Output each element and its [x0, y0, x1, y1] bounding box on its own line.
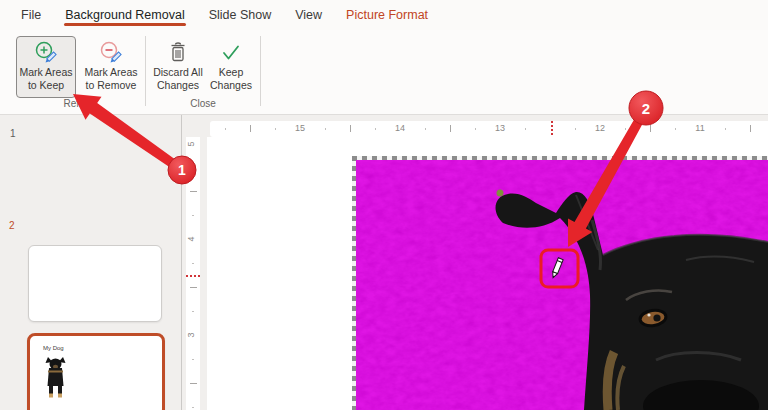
ruler-tick	[725, 128, 726, 130]
app-window: File Background Removal Slide Show View …	[0, 0, 768, 410]
ruler-tick	[750, 125, 751, 132]
slide-title-text: My Dog	[43, 345, 64, 351]
slide-number: 1	[10, 128, 16, 139]
vertical-ruler: 5 4 3	[186, 137, 200, 410]
trash-icon	[165, 40, 191, 66]
slide-thumbnail-2[interactable]: My Dog	[27, 333, 165, 410]
check-icon	[218, 40, 244, 66]
ruler-tick	[350, 125, 351, 132]
panel-divider	[181, 115, 182, 410]
ruler-tick	[675, 128, 676, 130]
ruler-tick	[475, 128, 476, 130]
ribbon-group-separator	[145, 36, 146, 106]
ribbon-group-label-refine: Refine	[14, 98, 142, 112]
ruler-number: 11	[690, 123, 710, 133]
tab-background-removal[interactable]: Background Removal	[64, 0, 186, 30]
background-removal-picture[interactable]	[356, 160, 768, 410]
ruler-tick	[192, 263, 194, 264]
ruler-tick	[190, 383, 197, 384]
button-label-line: Keep	[219, 66, 244, 79]
ruler-tick	[190, 191, 197, 192]
ribbon-group-separator	[260, 36, 261, 106]
keep-changes-button[interactable]: Keep Changes	[208, 36, 254, 98]
mark-areas-to-keep-button[interactable]: Mark Areas to Keep	[16, 36, 76, 98]
ruler-tick	[192, 407, 194, 408]
ruler-tick	[450, 125, 451, 132]
button-label-line: to Keep	[28, 79, 64, 92]
ruler-number: 3	[186, 328, 200, 342]
ruler-number: 12	[590, 123, 610, 133]
ruler-tick	[325, 128, 326, 130]
ruler-tick	[192, 215, 194, 216]
circle-plus-pencil-icon	[33, 40, 59, 66]
ruler-number: 14	[390, 123, 410, 133]
ruler-tick	[575, 128, 576, 130]
button-label-line: Mark Areas	[19, 66, 72, 79]
ruler-tick	[275, 128, 276, 130]
ruler-number: 13	[490, 123, 510, 133]
cursor-position-marker-vertical	[186, 275, 200, 277]
ruler-tick	[192, 359, 194, 360]
ruler-number: 4	[186, 232, 200, 246]
menu-bar: File Background Removal Slide Show View …	[0, 0, 768, 30]
button-label-line: Discard All	[153, 66, 203, 79]
ruler-number: 5	[186, 137, 200, 151]
ruler-tick	[190, 287, 197, 288]
ruler-tick	[192, 311, 194, 312]
ruler-tick	[525, 128, 526, 130]
button-label-line: Changes	[210, 79, 252, 92]
dog-thumbnail-image	[44, 356, 67, 398]
ribbon: Mark Areas to Keep Mark Areas to Remove	[0, 30, 768, 115]
tab-background-removal-label: Background Removal	[65, 8, 185, 22]
ruler-tick	[625, 128, 626, 130]
mark-areas-to-remove-button[interactable]: Mark Areas to Remove	[80, 36, 142, 98]
ruler-tick	[192, 167, 194, 168]
slide-thumbnail-panel: 1 2 My Dog	[0, 115, 181, 410]
cursor-position-marker-horizontal	[551, 121, 553, 137]
tab-picture-format[interactable]: Picture Format	[345, 0, 429, 30]
menu-file[interactable]: File	[20, 0, 42, 30]
ruler-tick	[225, 128, 226, 130]
dog-photo-with-magenta-overlay	[356, 160, 768, 410]
button-label-line: Mark Areas	[84, 66, 137, 79]
ruler-tick	[250, 125, 251, 132]
discard-all-changes-button[interactable]: Discard All Changes	[150, 36, 206, 98]
tab-slide-show[interactable]: Slide Show	[208, 0, 273, 30]
button-label-line: Changes	[157, 79, 199, 92]
button-label-line: to Remove	[86, 79, 137, 92]
slide-thumbnail-1[interactable]	[28, 245, 162, 322]
horizontal-ruler: 15 14 13 12 11	[210, 121, 768, 137]
slide-number: 2	[9, 220, 15, 231]
ruler-number: 15	[290, 123, 310, 133]
ruler-tick	[425, 128, 426, 130]
circle-minus-pencil-icon	[98, 40, 124, 66]
tab-view[interactable]: View	[294, 0, 323, 30]
ruler-tick	[375, 128, 376, 130]
ribbon-group-label-close: Close	[150, 98, 256, 112]
active-tab-underline	[64, 23, 186, 26]
ruler-tick	[650, 125, 651, 132]
